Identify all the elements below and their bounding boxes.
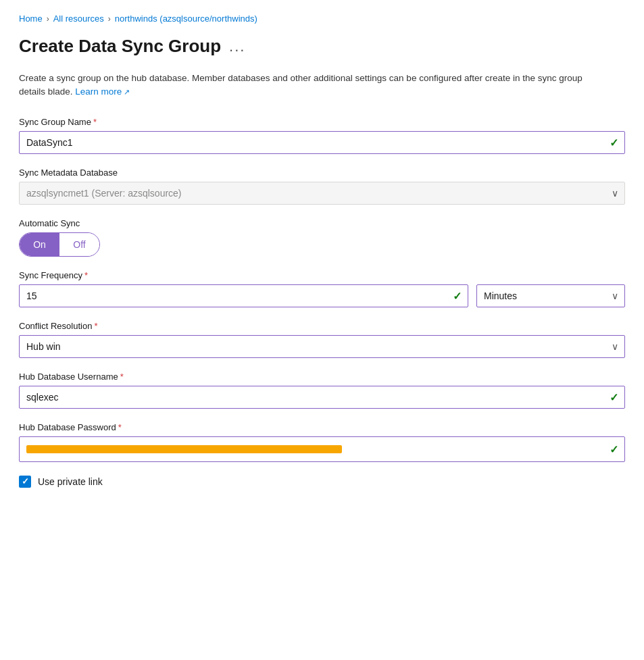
conflict-resolution-label: Conflict Resolution * xyxy=(19,321,625,331)
breadcrumb-current[interactable]: northwinds (azsqlsource/northwinds) xyxy=(115,14,257,24)
sync-frequency-unit-wrapper: Minutes ∨ xyxy=(476,284,625,307)
sync-frequency-section: Sync Frequency * ✓ Minutes ∨ xyxy=(19,270,625,307)
sync-frequency-number-input[interactable] xyxy=(19,284,468,307)
automatic-sync-section: Automatic Sync On Off xyxy=(19,218,625,257)
hub-db-password-label: Hub Database Password * xyxy=(19,422,625,432)
sync-frequency-required: * xyxy=(84,270,88,280)
sync-metadata-db-wrapper: azsqlsyncmet1 (Server: azsqlsource) ∨ xyxy=(19,182,625,205)
breadcrumb-sep-1: › xyxy=(47,14,49,24)
sync-metadata-db-select[interactable]: azsqlsyncmet1 (Server: azsqlsource) xyxy=(19,182,625,205)
hub-db-password-required: * xyxy=(118,422,122,432)
sync-frequency-number-wrapper: ✓ xyxy=(19,284,468,307)
hub-db-username-check-icon: ✓ xyxy=(610,390,618,403)
use-private-link-label: Use private link xyxy=(38,476,103,487)
use-private-link-checkbox[interactable]: ✓ xyxy=(19,476,31,488)
use-private-link-row: ✓ Use private link xyxy=(19,476,625,488)
sync-metadata-db-label: Sync Metadata Database xyxy=(19,168,625,178)
toggle-on-option[interactable]: On xyxy=(20,233,59,256)
automatic-sync-toggle-container: On Off xyxy=(19,232,625,257)
sync-metadata-db-section: Sync Metadata Database azsqlsyncmet1 (Se… xyxy=(19,168,625,205)
sync-frequency-unit-select[interactable]: Minutes xyxy=(476,284,625,307)
automatic-sync-toggle[interactable]: On Off xyxy=(19,232,100,257)
page-title-row: Create Data Sync Group ... xyxy=(19,36,625,57)
sync-group-name-check-icon: ✓ xyxy=(610,136,618,149)
hub-db-password-display xyxy=(19,436,625,462)
sync-group-name-label: Sync Group Name * xyxy=(19,117,625,127)
sync-group-name-required: * xyxy=(93,117,97,127)
breadcrumb-all-resources[interactable]: All resources xyxy=(53,14,104,24)
conflict-resolution-wrapper: Hub win ∨ xyxy=(19,335,625,358)
breadcrumb: Home › All resources › northwinds (azsql… xyxy=(19,14,625,24)
hub-db-username-required: * xyxy=(120,372,124,382)
conflict-resolution-section: Conflict Resolution * Hub win ∨ xyxy=(19,321,625,358)
conflict-resolution-select[interactable]: Hub win xyxy=(19,335,625,358)
checkbox-check-icon: ✓ xyxy=(22,477,29,486)
breadcrumb-home[interactable]: Home xyxy=(19,14,43,24)
hub-db-username-wrapper: ✓ xyxy=(19,386,625,409)
breadcrumb-sep-2: › xyxy=(108,14,111,24)
hub-db-password-section: Hub Database Password * ✓ xyxy=(19,422,625,462)
hub-db-username-section: Hub Database Username * ✓ xyxy=(19,372,625,409)
hub-db-username-label: Hub Database Username * xyxy=(19,372,625,382)
sync-group-name-input[interactable] xyxy=(19,131,625,154)
automatic-sync-label: Automatic Sync xyxy=(19,218,625,228)
sync-frequency-row: ✓ Minutes ∨ xyxy=(19,284,625,307)
hub-db-password-check-icon: ✓ xyxy=(610,442,618,455)
more-options-icon[interactable]: ... xyxy=(229,38,245,55)
sync-group-name-wrapper: ✓ xyxy=(19,131,625,154)
page-description: Create a sync group on the hub database.… xyxy=(19,72,600,99)
page-title: Create Data Sync Group xyxy=(19,36,221,57)
sync-group-name-section: Sync Group Name * ✓ xyxy=(19,117,625,154)
sync-frequency-label: Sync Frequency * xyxy=(19,270,625,280)
hub-db-username-input[interactable] xyxy=(19,386,625,409)
password-strength-bar xyxy=(26,445,342,453)
hub-db-password-wrapper: ✓ xyxy=(19,436,625,462)
toggle-off-option[interactable]: Off xyxy=(59,233,99,256)
learn-more-link[interactable]: Learn more xyxy=(75,86,130,97)
sync-frequency-number-check-icon: ✓ xyxy=(453,289,462,302)
conflict-resolution-required: * xyxy=(94,321,97,331)
